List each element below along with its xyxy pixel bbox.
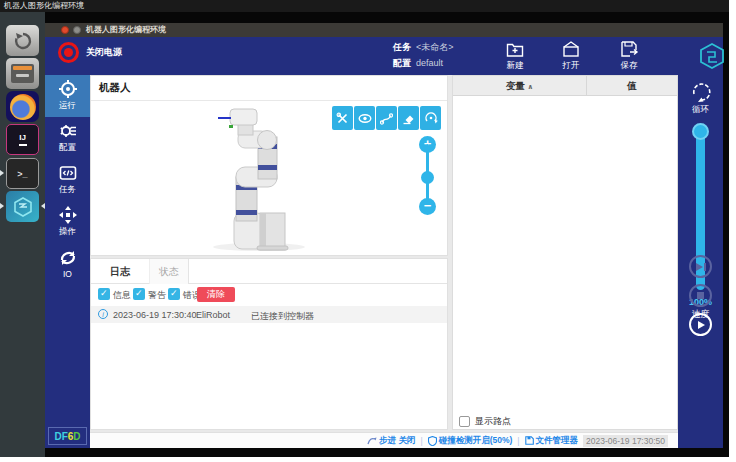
badge-char: D [54,431,61,442]
device-id-badge: DF6D [48,427,87,445]
status-timestamp: 2023-06-19 17:30:50 [583,435,668,447]
save-file-icon [619,39,639,59]
robot-clear-button[interactable] [398,106,419,130]
window-titlebar: 机器人图形化编程环境 [45,23,723,37]
window-minimize-button[interactable] [73,26,81,34]
main-content: 机器人 [90,75,723,448]
task-code-icon [59,164,77,182]
eraser-icon [402,112,415,125]
rotate-view-icon [424,111,438,125]
show-waypoints-label: 显示路点 [475,415,511,428]
collision-shield-icon [428,436,437,446]
zoom-out-button[interactable]: − [419,198,436,215]
jog-move-icon [59,206,77,224]
open-label: 打开 [563,60,580,72]
save-label: 保存 [621,60,638,72]
tab-log[interactable]: 日志 [91,259,149,284]
power-off-button[interactable]: 关闭电源 [58,42,122,63]
filter-error-checkbox[interactable] [168,288,180,300]
robot-view-panel: 机器人 [90,75,448,256]
window-close-button[interactable] [61,26,69,34]
robot-path-button[interactable] [376,106,397,130]
file-manager-icon[interactable] [6,58,39,89]
task-label: 任务 [393,42,411,52]
brand-logo-icon [698,42,726,70]
config-row: 配置default [393,57,443,70]
badge-char: D [73,431,80,442]
app-nav: 运行 配置 任务 操作 IO D [45,75,90,448]
step-icon [696,263,703,271]
robot-visibility-button[interactable] [354,106,375,130]
app-header: 关闭电源 任务<未命名> 配置default 新建 打开 [45,37,723,75]
clear-log-button[interactable]: 清除 [197,287,235,302]
stop-icon [697,292,704,299]
show-waypoints-checkbox[interactable] [459,416,470,427]
log-entry-row[interactable]: i 2023-06-19 17:30:40 EliRobot 已连接到控制器 [91,306,447,323]
config-value: default [416,58,443,68]
software-updater-icon[interactable] [6,25,39,56]
nav-item-io[interactable]: IO [45,243,90,285]
new-button[interactable]: 新建 [492,39,538,73]
task-value: <未命名> [416,42,454,52]
robot-app-icon[interactable] [6,191,39,222]
play-button[interactable] [689,313,712,336]
firefox-globe [10,94,36,120]
zoom-slider-handle[interactable] [421,171,434,184]
desktop-background: 机器人图形化编程环境 IJ >_ [0,0,729,457]
status-bar: 步进 关闭 | 碰撞检测开启(50%) | 文件管理器 2023-06-19 1… [90,432,678,448]
loop-label: 循环 [678,104,723,116]
tools-icon [336,112,349,125]
filter-warning-checkbox[interactable] [133,288,145,300]
os-taskbar-title: 机器人图形化编程环境 [4,1,84,10]
log-source: EliRobot [196,310,230,320]
log-message: 已连接到控制器 [251,310,314,323]
new-file-icon [505,39,525,59]
step-mode-status[interactable]: 步进 关闭 [367,435,415,447]
terminal-icon[interactable]: >_ [6,158,39,189]
nav-operate-label: 操作 [59,226,76,238]
log-filterbar: 信息 警告 错误 清除 [91,284,447,304]
collision-detection-status[interactable]: 碰撞检测开启(50%) [428,435,513,447]
save-button[interactable]: 保存 [606,39,652,73]
nav-item-operate[interactable]: 操作 [45,201,90,243]
right-toolbar: 循环 100% 速度 [678,75,723,448]
step-button[interactable] [689,255,712,278]
tab-status[interactable]: 状态 [149,259,189,284]
task-row: 任务<未命名> [393,41,454,54]
variable-col-label: 变量 [506,80,525,91]
screen: 机器人图形化编程环境 IJ >_ [0,0,736,462]
floppy-icon [525,436,534,445]
column-header-variable[interactable]: 变量 ∧ [453,76,586,95]
file-manager-link[interactable]: 文件管理器 [525,435,579,447]
variable-table-header: 变量 ∧ 值 [453,76,677,96]
new-label: 新建 [507,60,524,72]
intellij-icon[interactable]: IJ [6,124,39,155]
nav-item-run[interactable]: 运行 [45,75,90,117]
nav-item-config[interactable]: 配置 [45,117,90,159]
intellij-label: IJ [19,134,26,142]
firefox-icon[interactable] [6,91,39,122]
sort-asc-icon: ∧ [527,83,533,90]
filter-info-checkbox[interactable] [98,288,110,300]
column-header-value[interactable]: 值 [586,76,677,95]
robot-arm-3d-view[interactable] [186,107,356,253]
play-icon [698,321,705,329]
drawer-glyph [11,64,34,83]
speed-slider-handle[interactable] [692,123,709,140]
nav-task-label: 任务 [59,184,76,196]
robot-panel-title: 机器人 [99,81,131,95]
robot-reset-view-button[interactable] [420,106,441,130]
dock: IJ >_ [0,12,45,457]
loop-button[interactable]: 循环 [678,81,723,116]
loop-icon [690,81,712,103]
config-label: 配置 [393,58,411,68]
path-icon [380,112,393,125]
open-button[interactable]: 打开 [548,39,594,73]
robot-tools-button[interactable] [332,106,353,130]
filter-info-label: 信息 [113,289,131,302]
nav-item-task[interactable]: 任务 [45,159,90,201]
os-taskbar: 机器人图形化编程环境 [0,0,729,12]
settings-icon [59,122,77,140]
stop-button[interactable] [689,284,712,307]
separator: | [517,436,519,446]
